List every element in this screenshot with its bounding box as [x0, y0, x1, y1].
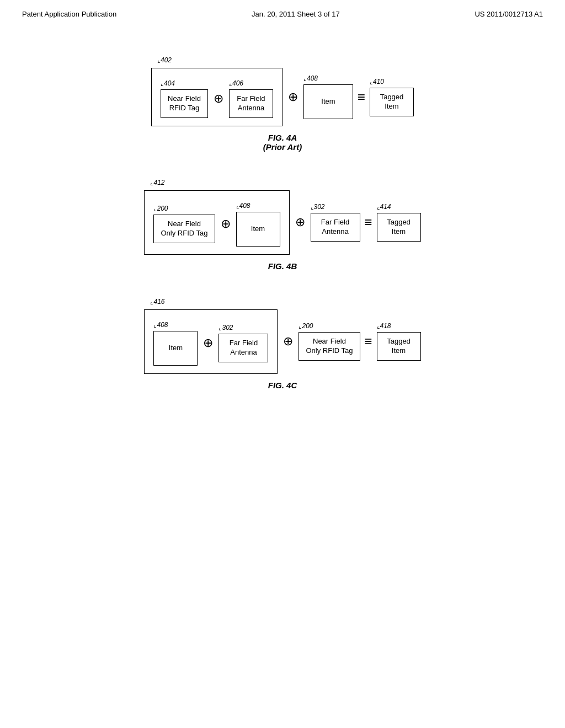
fig4a-ref-406: ⌞406	[229, 79, 273, 87]
fig4a-outer-ref: ⌞402	[157, 56, 172, 64]
fig4b-outer-group: ⌞412 ⌞200 Near FieldOnly RFID Tag ⊕ ⌞408…	[144, 190, 289, 255]
fig4c-box-418: TaggedItem	[377, 332, 421, 361]
fig4b-row: ⌞412 ⌞200 Near FieldOnly RFID Tag ⊕ ⌞408…	[144, 190, 420, 255]
fig4b-outer-ref: ⌞412	[150, 179, 164, 186]
fig4c-lines: ≡	[365, 334, 372, 349]
fig4a-box-408: Item	[303, 84, 353, 119]
fig4a-ref-404: ⌞404	[161, 79, 208, 87]
fig4b-comp-302: ⌞302 Far FieldAntenna	[311, 203, 360, 242]
fig4a-comp-408: ⌞408 Item	[303, 74, 353, 119]
fig4c-outer-group: ⌞416 ⌞408 Item ⊕ ⌞302 Far FieldAntenna	[144, 309, 278, 374]
fig4b-lines: ≡	[365, 215, 372, 230]
header-right: US 2011/0012713 A1	[475, 10, 543, 18]
fig4a-lines: ≡	[358, 89, 365, 105]
fig4a-box-410: TaggedItem	[370, 88, 414, 116]
fig4a-label: FIG. 4A (Prior Art)	[263, 133, 302, 152]
fig4c-box-408: Item	[153, 331, 198, 366]
fig4c-connector-1: ⊕	[203, 336, 213, 350]
fig4a-comp-410: ⌞410 TaggedItem	[370, 78, 414, 116]
fig4c-outer-ref: ⌞416	[150, 298, 164, 306]
fig4a-section: ⌞402 ⌞404 Near FieldRFID Tag ⊕ ⌞406 Far …	[33, 51, 532, 152]
fig4a-row: ⌞402 ⌞404 Near FieldRFID Tag ⊕ ⌞406 Far …	[151, 68, 414, 126]
fig4c-label: FIG. 4C	[268, 381, 297, 390]
fig4b-ref-200: ⌞200	[153, 205, 215, 212]
fig4c-comp-418: ⌞418 TaggedItem	[377, 322, 421, 361]
fig4c-comp-408: ⌞408 Item	[153, 321, 198, 366]
fig4c-ref-408: ⌞408	[153, 321, 198, 329]
fig4b-box-414: TaggedItem	[377, 213, 421, 242]
fig4b-comp-200: ⌞200 Near FieldOnly RFID Tag	[153, 205, 215, 243]
fig4b-comp-414: ⌞414 TaggedItem	[377, 203, 421, 242]
fig4c-ref-302: ⌞302	[218, 324, 268, 331]
patent-header: Patent Application Publication Jan. 20, …	[0, 0, 565, 24]
header-left: Patent Application Publication	[22, 10, 116, 18]
fig4a-ref-408: ⌞408	[303, 74, 353, 82]
fig4c-section: ⌞416 ⌞408 Item ⊕ ⌞302 Far FieldAntenna	[33, 293, 532, 390]
fig4b-box-408: Item	[236, 212, 280, 247]
fig4b-connector-1: ⊕	[221, 217, 231, 231]
fig4c-comp-302: ⌞302 Far FieldAntenna	[218, 324, 268, 362]
fig4b-ref-408: ⌞408	[236, 202, 280, 210]
fig4c-box-200: Near FieldOnly RFID Tag	[299, 332, 360, 361]
fig4a-connector-1: ⊕	[214, 92, 223, 106]
fig4b-box-302: Far FieldAntenna	[311, 213, 360, 242]
fig4a-box-406: Far FieldAntenna	[229, 89, 273, 118]
fig4b-connector-2: ⊕	[295, 215, 305, 229]
fig4c-row: ⌞416 ⌞408 Item ⊕ ⌞302 Far FieldAntenna	[144, 309, 420, 374]
main-content: ⌞402 ⌞404 Near FieldRFID Tag ⊕ ⌞406 Far …	[0, 24, 565, 423]
fig4a-box-404: Near FieldRFID Tag	[161, 89, 208, 118]
fig4b-outer-box: ⌞412 ⌞200 Near FieldOnly RFID Tag ⊕ ⌞408…	[144, 190, 289, 255]
fig4a-connector-2: ⊕	[288, 90, 298, 104]
fig4b-ref-414: ⌞414	[377, 203, 421, 211]
fig4c-comp-200: ⌞200 Near FieldOnly RFID Tag	[299, 322, 360, 361]
fig4b-box-200: Near FieldOnly RFID Tag	[153, 215, 215, 243]
fig4a-outer-box: ⌞402 ⌞404 Near FieldRFID Tag ⊕ ⌞406 Far …	[151, 68, 282, 126]
fig4a-outer-group: ⌞402 ⌞404 Near FieldRFID Tag ⊕ ⌞406 Far …	[151, 68, 282, 126]
fig4b-ref-302: ⌞302	[311, 203, 360, 211]
fig4c-connector-2: ⊕	[283, 334, 293, 349]
fig4a-comp-406: ⌞406 Far FieldAntenna	[229, 79, 273, 118]
fig4b-section: ⌞412 ⌞200 Near FieldOnly RFID Tag ⊕ ⌞408…	[33, 174, 532, 271]
fig4b-label: FIG. 4B	[268, 261, 297, 271]
fig4c-ref-200: ⌞200	[299, 322, 360, 330]
fig4c-box-302: Far FieldAntenna	[218, 334, 268, 362]
fig4c-outer-box: ⌞416 ⌞408 Item ⊕ ⌞302 Far FieldAntenna	[144, 309, 278, 374]
fig4b-comp-408: ⌞408 Item	[236, 202, 280, 247]
fig4c-ref-418: ⌞418	[377, 322, 421, 330]
fig4a-ref-410: ⌞410	[370, 78, 414, 85]
fig4a-comp-404: ⌞404 Near FieldRFID Tag	[161, 79, 208, 118]
header-middle: Jan. 20, 2011 Sheet 3 of 17	[252, 10, 340, 18]
